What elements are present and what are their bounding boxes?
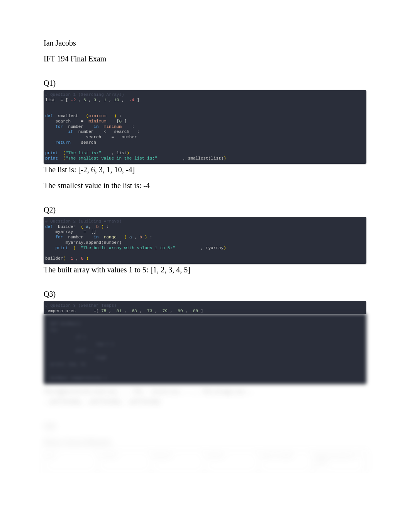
author-name: Ian Jacobs — [44, 39, 366, 48]
q4-th-3: Solution — [205, 450, 259, 473]
q3-output-blurred: The highest for the week was: …… The … l… — [44, 386, 366, 406]
q4-label: Q4) — [44, 422, 366, 430]
q1-code-block: # Question 1 (Searching Arrays) list = [… — [44, 90, 366, 164]
q4-th-4: Value of middle — [259, 450, 312, 473]
q2-code-block: # Question 2 (Building Arrays) def build… — [44, 217, 366, 264]
q3-code-container: # Question 3 (Weather Temps) temperature… — [44, 301, 366, 384]
q1-comment: # Question 1 (Searching Arrays) — [45, 92, 124, 97]
q1-output-1: The list is: [-2, 6, 3, 1, 10, -4] — [44, 165, 366, 174]
q3-code-visible: # Question 3 (Weather Temps) temperature… — [44, 301, 366, 314]
q1-output-2: The smallest value in the list is: -4 — [44, 181, 366, 190]
document-title: IFT 194 Final Exam — [44, 54, 366, 63]
q2-label: Q2) — [44, 206, 366, 214]
q3-code-blurred: def minMax() for if t low = t elif …. hi… — [44, 314, 366, 384]
q4-subheading: Binary Search (Manual) — [44, 438, 366, 446]
q2-output: The built array with values 1 to 5: [1, … — [44, 265, 366, 274]
q3-label: Q3) — [44, 290, 366, 299]
q4-th-5: Target (less/greater or equal) — [312, 450, 366, 473]
q1-label: Q1) — [44, 79, 366, 88]
q2-comment: # Question 2 (Building Arrays) — [45, 219, 122, 224]
q4-table: Step Formula Equation Solution Value of … — [44, 450, 366, 473]
q4-th-2: Equation — [151, 450, 205, 473]
q4-section-blurred: Q4) Binary Search (Manual) Step Formula … — [44, 422, 366, 473]
q3-comment: # Question 3 (Weather Temps) — [45, 303, 117, 308]
q4-th-0: Step — [44, 450, 98, 473]
q4-th-1: Formula — [98, 450, 151, 473]
